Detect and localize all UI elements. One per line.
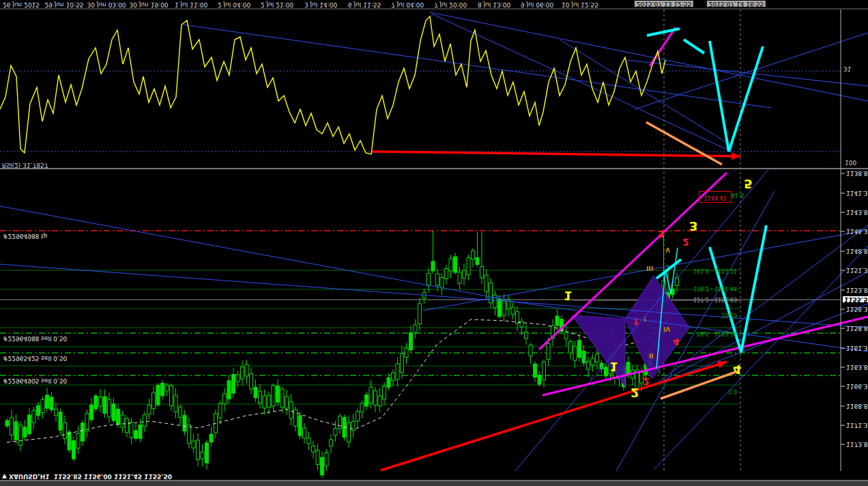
candle-body [55,409,58,416]
candle-body [236,375,240,382]
wave-count-yellow[interactable]: 1 [609,360,618,373]
candle-body [467,257,470,274]
candle-body [23,427,27,437]
time-label: 2 Jul 04:00 [218,1,250,8]
candle-body [498,300,502,317]
fib-label[interactable]: 100.0 [662,312,737,317]
price-label: 1146.35 [846,228,868,234]
candle-body [418,304,422,324]
wave-count-red[interactable]: 4 [673,337,680,347]
candle-body [409,332,413,349]
candle-body [209,434,213,442]
candle-body [280,389,284,408]
candle-body [360,403,364,412]
candle-body [294,410,298,426]
candle-body [405,348,408,357]
candle-body [605,367,608,376]
fib-label[interactable]: 0.0 [662,388,737,394]
roman-numeral-mark[interactable]: III [646,265,653,271]
candle-body [28,415,31,433]
tp-label[interactable]: #22964988 tp [3,233,47,239]
candle-body [139,425,142,438]
candle-body [591,358,594,365]
candle-body [41,399,44,412]
wave-count-yellow[interactable]: 5 [744,177,753,190]
wave-count-yellow[interactable]: 4 [733,363,742,375]
candle-body [85,414,89,431]
candle-body [170,386,173,405]
candle-body [414,325,417,332]
candle-body [72,441,76,459]
candle-body [334,429,337,435]
candle-body [232,375,235,394]
price-label: 1158.85 [846,325,868,331]
time-label: 7 Jul 04:00 [391,1,424,8]
time-label: 26 Jun 2015 [3,1,40,8]
candle-body [538,375,541,384]
roman-numeral-mark[interactable]: IV [663,326,670,332]
candle-body [81,423,85,442]
price-label: 1143.85 [846,209,868,215]
time-label: 30 Jun 19:00 [129,1,168,8]
wave-count-red[interactable]: 2 [682,238,689,247]
order-label[interactable]: #22965425 sell 0.50 [3,355,67,361]
candle-body [245,364,248,376]
candle-body [223,394,227,404]
fib-label[interactable]: 61.8 [732,192,744,197]
candle-body [37,405,40,416]
candle-body [463,270,466,278]
wave-count-yellow[interactable]: 2 [631,386,639,399]
symbol-ohlc-readout: ▼ XAUUSD,H1 1155.85 1156.00 1151.45 1155… [2,473,172,479]
wave-count-red[interactable]: 2 [643,377,650,386]
candle-body [130,423,133,438]
candle-body [511,307,515,315]
order-label[interactable]: #22964088 sell 0.50 [3,335,67,341]
price-target-box[interactable]: 1144.45 [699,191,732,203]
candle-body [19,425,23,445]
time-label: 29 Jun 10:55 [44,1,83,8]
ohlc-text: XAUUSD,H1 1155.85 1156.00 1151.45 1155.5… [9,473,172,480]
candle-body [378,396,381,406]
candle-body [179,407,182,417]
time-label: 3 Jul 14:00 [304,1,337,8]
wave-count-red[interactable]: ↑ [632,317,640,326]
collapse-arrow-icon[interactable]: ▼ [2,473,7,480]
fib-label[interactable]: 138.2 - 1141.44 [662,285,737,291]
price-label: 1161.35 [846,345,868,351]
roman-numeral-mark[interactable]: ! [643,315,646,321]
candle-body [321,457,324,475]
vline-timestamp-box[interactable]: 2015.07.14 16:55 [707,1,766,7]
fib-label[interactable]: 161.8 - 1152.21 [662,268,737,273]
fib-label[interactable]: 127.2 - 1151.03 [662,296,737,302]
candle-body [365,395,368,406]
price-label: 1148.85 [846,248,868,254]
candle-body [59,412,62,430]
candle-body [250,373,253,389]
candle-body [356,412,360,421]
fib-label[interactable]: 88.6 - 1160.36 [662,330,737,336]
price-label: 1141.35 [846,190,868,196]
candle-body [126,419,129,433]
wave-count-yellow[interactable]: 3 [689,220,698,232]
candle-body [192,441,195,448]
candle-body [596,354,599,362]
roman-numeral-mark[interactable]: II [649,352,654,358]
vline-timestamp-box[interactable]: 2015.07.13 12:55 [635,1,693,7]
candle-body [312,446,315,452]
candle-body [205,443,209,463]
candle-body [387,377,390,387]
candle-body [383,386,386,399]
chart-canvas[interactable] [0,0,868,486]
wave-count-yellow[interactable]: 1 [564,289,573,302]
roman-numeral-mark[interactable]: V [665,246,670,253]
candle-body [174,395,177,412]
candle-body [307,438,310,444]
chart-background [0,0,868,486]
candle-body [94,396,98,409]
candle-body [298,416,302,435]
wave-count-red[interactable]: 3 [658,229,665,239]
order-label[interactable]: #22964905 sell 0.50 [3,377,67,384]
candle-body [440,278,444,288]
candle-body [547,344,550,360]
candle-body [218,403,222,418]
